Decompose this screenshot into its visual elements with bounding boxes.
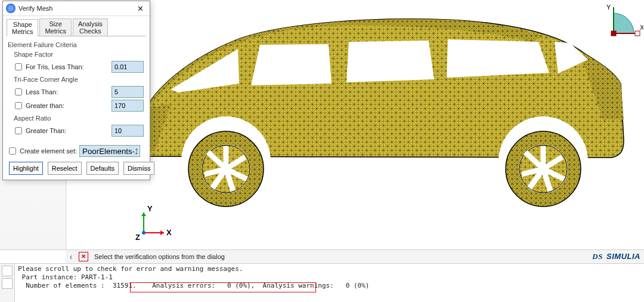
tab-analysis-checks[interactable]: AnalysisChecks	[73, 19, 108, 36]
group-failure-criteria: Element Failure Criteria	[8, 41, 144, 48]
reselect-button[interactable]: Reselect	[48, 162, 82, 175]
svg-point-17	[142, 231, 145, 235]
label-greater-than: Greater than:	[26, 102, 112, 109]
defaults-button[interactable]: Defaults	[86, 162, 119, 175]
check-create-set[interactable]	[9, 147, 16, 155]
highlight-box	[130, 282, 316, 292]
view-triad[interactable]: X Y	[606, 4, 643, 36]
check-aspect-greater[interactable]	[15, 127, 22, 134]
check-tris-less[interactable]	[15, 63, 22, 70]
svg-text:Z: Z	[135, 233, 140, 242]
axis-triad: Y X Z	[135, 204, 172, 242]
model-canvas[interactable]: Y X Z X Y	[66, 0, 644, 249]
dialog-titlebar[interactable]: Verify Mesh ✕	[3, 1, 150, 16]
svg-rect-22	[635, 31, 640, 36]
svg-marker-14	[160, 230, 164, 235]
dialog-title: Verify Mesh	[18, 5, 131, 12]
label-corner-angle: Tri-Face Corner Angle	[14, 76, 144, 83]
front-wheel	[188, 131, 264, 207]
label-aspect-greater: Greater Than:	[26, 127, 112, 134]
input-less-than[interactable]	[112, 86, 144, 98]
tab-size-metrics[interactable]: SizeMetrics	[39, 19, 71, 36]
message-log[interactable]: Please scroll up to check for error and …	[0, 263, 644, 302]
app-icon	[6, 4, 16, 13]
dismiss-button[interactable]: Dismiss	[123, 162, 155, 175]
svg-rect-24	[611, 31, 616, 36]
svg-text:Y: Y	[147, 204, 153, 213]
label-less-than: Less Than:	[26, 88, 112, 95]
tab-shape-metrics[interactable]: ShapeMetrics	[7, 19, 38, 36]
rear-wheel	[506, 131, 581, 207]
highlight-button[interactable]: Highlight	[9, 162, 43, 175]
label-tris-less: For Tris, Less Than:	[26, 63, 112, 70]
log-icons	[0, 264, 15, 302]
input-tris-less[interactable]	[112, 61, 144, 73]
chevron-left-icon[interactable]: ‹	[66, 252, 76, 261]
label-shape-factor: Shape Factor	[14, 51, 144, 58]
svg-text:X: X	[640, 24, 643, 31]
log-text: Please scroll up to check for error and …	[0, 264, 644, 290]
dialog-tabs: ShapeMetrics SizeMetrics AnalysisChecks	[7, 19, 146, 36]
hint-bar: ‹ ✕ Select the verification options from…	[66, 249, 644, 264]
mesh-render: Y X Z X Y	[66, 0, 643, 249]
input-greater-than[interactable]	[112, 100, 144, 112]
svg-marker-16	[141, 212, 146, 216]
input-aspect-greater[interactable]	[112, 125, 144, 137]
hint-text: Select the verification options from the…	[91, 253, 644, 260]
close-icon[interactable]: ✕	[131, 1, 150, 16]
verify-mesh-dialog: Verify Mesh ✕ ShapeMetrics SizeMetrics A…	[2, 1, 150, 180]
brand-logo: DS SIMULIA	[592, 252, 640, 261]
svg-text:Y: Y	[606, 4, 611, 11]
input-set-name[interactable]	[79, 145, 140, 157]
check-greater-than[interactable]	[15, 102, 22, 109]
svg-text:X: X	[166, 228, 172, 237]
label-create-set: Create element set:	[20, 147, 77, 155]
check-less-than[interactable]	[15, 88, 22, 95]
hint-close-icon[interactable]: ✕	[79, 252, 88, 261]
label-aspect: Aspect Ratio	[14, 115, 144, 122]
